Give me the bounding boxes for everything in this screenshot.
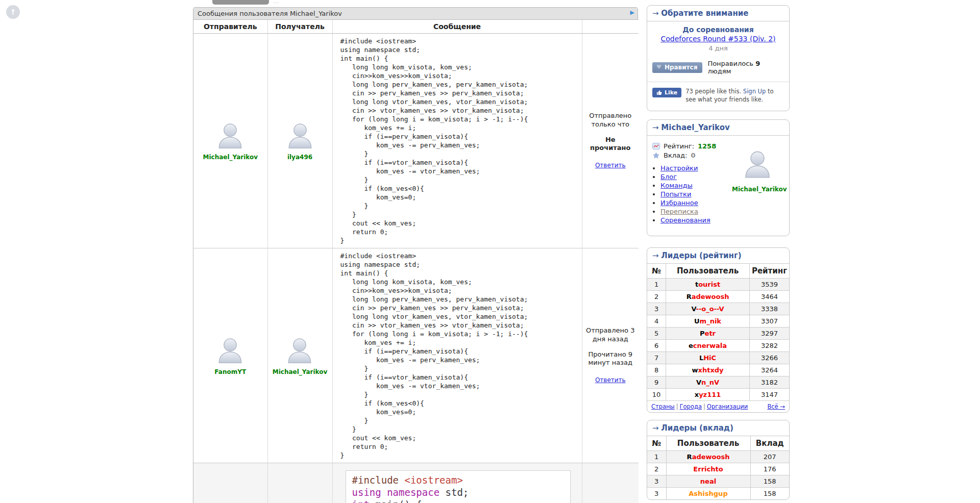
- leaders-all-link[interactable]: Всё →: [767, 403, 785, 410]
- profile-link-item: Переписка: [660, 208, 784, 215]
- column-rank: №: [647, 436, 666, 451]
- leader-value: 3264: [749, 364, 789, 376]
- facebook-like-text: 73 people like this. Sign Up to see what…: [685, 88, 784, 104]
- leader-user-link[interactable]: LHiC: [699, 354, 716, 362]
- leader-rank: 10: [647, 389, 666, 401]
- leader-row: 8wxhtxdy3264: [647, 364, 789, 376]
- message-status-cell: [582, 463, 639, 503]
- leader-value: 3266: [749, 352, 789, 364]
- recipient-user-card[interactable]: Michael_Yarikov: [273, 335, 328, 375]
- column-rating: Рейтинг: [749, 264, 789, 279]
- leader-rank: 4: [647, 315, 666, 328]
- leaders-rating-box: Лидеры (рейтинг) № Пользователь Рейтинг …: [647, 247, 790, 413]
- leader-value: 158: [750, 475, 789, 488]
- vk-like-button[interactable]: Нравится: [652, 62, 702, 73]
- profile-avatar-card[interactable]: Michael_Yarikov: [732, 148, 783, 193]
- leader-rank: 1: [647, 451, 666, 463]
- leader-rank: 2: [647, 463, 666, 475]
- leader-row: 3Ashishgup158: [647, 488, 789, 500]
- leaders-footer-link[interactable]: Страны: [651, 403, 675, 410]
- user-avatar-icon[interactable]: [741, 148, 774, 182]
- leader-user-link[interactable]: Petr: [700, 330, 716, 337]
- profile-link[interactable]: Соревнования: [660, 216, 710, 224]
- leader-user-link[interactable]: xyz111: [695, 391, 721, 398]
- leader-user-link[interactable]: Vn_nV: [696, 379, 719, 386]
- leader-user-link[interactable]: tourist: [695, 281, 720, 288]
- leader-user-link[interactable]: Errichto: [693, 465, 723, 473]
- recipient-cell: [267, 463, 332, 503]
- leader-row: 1tourist3539: [647, 279, 789, 291]
- reply-link[interactable]: Ответить: [595, 162, 626, 169]
- message-code: #include <iostream> using namespace std;…: [340, 252, 577, 460]
- read-status: Прочитано 9 минут назад: [585, 350, 636, 368]
- column-status: [582, 20, 639, 34]
- message-cell: #include <iostream>using namespace std;i…: [332, 463, 582, 503]
- leader-row: 3neal158: [647, 475, 789, 488]
- leader-user-link[interactable]: Radewoosh: [687, 453, 730, 461]
- leader-rank: 9: [647, 376, 666, 389]
- recipient-user-card[interactable]: ilya496: [284, 120, 316, 161]
- sender-cell: Michael_Yarikov: [193, 34, 267, 248]
- leaders-footer-link[interactable]: Города: [680, 403, 702, 410]
- profile-link[interactable]: Команды: [660, 182, 693, 189]
- thumbs-up-icon: [656, 90, 662, 95]
- profile-link[interactable]: Попытки: [660, 190, 691, 198]
- scroll-to-top-button[interactable]: [6, 5, 20, 19]
- message-status-cell: Отправлено только что Не прочитано Ответ…: [582, 34, 639, 248]
- leader-user-link[interactable]: Radewoosh: [687, 293, 729, 300]
- sender-user-card[interactable]: FanomYT: [214, 335, 246, 375]
- sender-username[interactable]: Michael_Yarikov: [203, 154, 258, 161]
- sent-status: Отправлено только что: [585, 112, 636, 129]
- profile-link[interactable]: Избранное: [660, 199, 698, 207]
- facebook-like-button[interactable]: Like: [652, 88, 681, 97]
- leader-row: 10xyz1113147: [647, 389, 789, 401]
- user-avatar-icon[interactable]: [284, 335, 315, 367]
- leader-value: 3297: [749, 328, 789, 340]
- user-avatar-icon[interactable]: [214, 120, 246, 152]
- profile-link[interactable]: Переписка: [660, 208, 698, 215]
- profile-link[interactable]: Настройки: [660, 164, 698, 172]
- leader-user-link[interactable]: wxhtxdy: [692, 366, 724, 374]
- leader-user-link[interactable]: ecnerwala: [689, 342, 727, 349]
- leader-user-link[interactable]: Ashishgup: [689, 490, 727, 497]
- leader-user-cell: Ashishgup: [666, 488, 750, 500]
- messages-panel: Сообщения пользователя Michael_Yarikov О…: [193, 7, 638, 503]
- column-user: Пользователь: [666, 436, 750, 451]
- contribution-label: Вклад:: [664, 152, 687, 159]
- profile-link[interactable]: Блог: [660, 173, 677, 181]
- leaders-contribution-box: Лидеры (вклад) № Пользователь Вклад 1Rad…: [647, 420, 790, 500]
- leaders-header-row: № Пользователь Вклад: [647, 436, 789, 451]
- leader-user-cell: tourist: [666, 279, 750, 291]
- user-avatar-icon[interactable]: [214, 335, 246, 367]
- messages-header-row: Отправитель Получатель Сообщение: [193, 20, 639, 34]
- profile-avatar-name[interactable]: Michael_Yarikov: [732, 186, 783, 193]
- leader-row: 2Radewoosh3464: [647, 291, 789, 303]
- vk-like-count-text: Понравилось 9 людям: [707, 60, 784, 75]
- leader-value: 3182: [749, 376, 789, 389]
- reply-link[interactable]: Ответить: [595, 376, 626, 384]
- sender-username[interactable]: FanomYT: [214, 368, 246, 375]
- leader-rank: 3: [647, 488, 666, 500]
- sender-user-card[interactable]: Michael_Yarikov: [203, 120, 258, 161]
- message-row: Michael_Yarikov ilya496 #include <iostre…: [193, 34, 639, 248]
- leader-user-link[interactable]: V--o_o--V: [691, 305, 724, 313]
- leader-value: 3307: [749, 315, 789, 328]
- leader-row: 4Um_nik3307: [647, 315, 789, 328]
- user-avatar-icon[interactable]: [284, 120, 316, 152]
- leader-row: 9Vn_nV3182: [647, 376, 789, 389]
- message-code: #include <iostream> using namespace std;…: [340, 37, 577, 245]
- browser-tab-fragment[interactable]: [212, 0, 269, 5]
- facebook-signup-link[interactable]: Sign Up: [743, 88, 766, 95]
- leaders-footer-link[interactable]: Организации: [707, 403, 748, 410]
- leaders-rating-footer: Страны|Города|Организации Всё →: [647, 400, 789, 412]
- leader-user-link[interactable]: neal: [700, 477, 716, 485]
- collapse-panel-icon[interactable]: [630, 9, 634, 16]
- recipient-username[interactable]: Michael_Yarikov: [273, 368, 328, 375]
- recipient-username[interactable]: ilya496: [284, 154, 316, 161]
- contest-link[interactable]: Codeforces Round #533 (Div. 2): [660, 35, 775, 43]
- leader-user-cell: Errichto: [666, 463, 750, 475]
- leader-user-link[interactable]: Um_nik: [694, 317, 721, 325]
- leaders-rating-body: 1tourist35392Radewoosh34643V--o_o--V3338…: [647, 279, 789, 401]
- profile-link-item: Избранное: [660, 199, 784, 207]
- sender-cell: FanomYT: [193, 248, 267, 463]
